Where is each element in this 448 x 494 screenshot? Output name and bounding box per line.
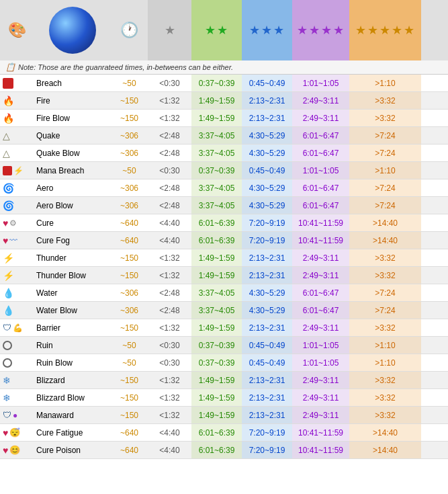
row-name: Cure Fog [34,232,111,249]
row-s5: >3:32 [349,389,421,406]
star2-icon: ★★ [205,23,229,38]
row-level: ~150 [111,407,148,423]
row-s4: 1:01~1:05 [292,337,349,354]
row-name: Thunder [34,249,111,266]
row-s4: 6:01~6:47 [292,145,349,161]
row-name: Quake [34,127,111,144]
row-name: Aero Blow [34,197,111,214]
row-icon: ♥😊 [0,442,34,458]
table-row: 💧 Water ~306 <2:48 3:37~4:05 4:30~5:29 6… [0,284,448,302]
row-icon: ⚡ [0,249,34,266]
row-name: Aero [34,179,111,196]
row-icon [0,337,34,354]
row-s4: 10:41~11:59 [292,424,349,441]
row-icon: 🌀 [0,197,34,214]
star4-header: ★★★★ [292,0,349,60]
row-s5: >3:32 [349,249,421,266]
row-s2: 3:37~4:05 [191,179,242,196]
row-icon: 🛡💪 [0,319,34,336]
row-s3: 2:13~2:31 [242,319,292,336]
row-s5: >14:40 [349,442,421,458]
row-s1: <0:30 [148,162,191,179]
row-s5: >7:24 [349,284,421,301]
row-s2: 0:37~0:39 [191,354,242,371]
row-name: Barrier [34,319,111,336]
clock-icon: 🕐 [120,22,138,39]
table-row: 🌀 Aero Blow ~306 <2:48 3:37~4:05 4:30~5:… [0,197,448,214]
row-s3: 7:20~9:19 [242,214,292,231]
palette-cell: 🎨 [0,0,34,60]
row-s2: 1:49~1:59 [191,267,242,284]
row-icon [0,75,34,91]
row-s5: >3:32 [349,267,421,284]
row-level: ~306 [111,145,148,161]
table-row: ♥〰 Cure Fog ~640 <4:40 6:01~6:39 7:20~9:… [0,232,448,249]
row-s5: >3:32 [349,319,421,336]
row-s2: 3:37~4:05 [191,197,242,214]
row-s3: 7:20~9:19 [242,232,292,249]
star3-icon: ★★★ [249,23,285,38]
row-s1: <1:32 [148,389,191,406]
row-s4: 6:01~6:47 [292,127,349,144]
row-s3: 2:13~2:31 [242,110,292,126]
row-level: ~150 [111,372,148,388]
row-s2: 1:49~1:59 [191,407,242,423]
row-s5: >1:10 [349,337,421,354]
row-level: ~50 [111,354,148,371]
row-s4: 10:41~11:59 [292,232,349,249]
row-s4: 1:01~1:05 [292,162,349,179]
row-s1: <0:30 [148,75,191,91]
table-row: Ruin ~50 <0:30 0:37~0:39 0:45~0:49 1:01~… [0,337,448,354]
row-level: ~150 [111,319,148,336]
row-s2: 6:01~6:39 [191,442,242,458]
table-row: ⚡ Thunder ~150 <1:32 1:49~1:59 2:13~2:31… [0,249,448,267]
row-level: ~306 [111,302,148,319]
row-name: Fire [34,92,111,109]
row-s4: 2:49~3:11 [292,249,349,266]
row-name: Water Blow [34,302,111,319]
row-s3: 2:13~2:31 [242,372,292,388]
row-level: ~640 [111,232,148,249]
row-s1: <2:48 [148,197,191,214]
row-s2: 6:01~6:39 [191,232,242,249]
row-icon: ⚡ [0,162,34,179]
row-name: Breach [34,75,111,91]
row-s4: 6:01~6:47 [292,197,349,214]
row-level: ~150 [111,92,148,109]
row-s1: <4:40 [148,214,191,231]
row-s1: <0:30 [148,354,191,371]
row-level: ~150 [111,389,148,406]
row-name: Cure Poison [34,442,111,458]
row-s2: 0:37~0:39 [191,337,242,354]
row-s1: <1:32 [148,92,191,109]
row-s3: 7:20~9:19 [242,442,292,458]
row-s1: <1:32 [148,407,191,423]
row-level: ~640 [111,214,148,231]
row-icon: 🔥 [0,92,34,109]
row-s3: 4:30~5:29 [242,179,292,196]
row-icon: △ [0,145,34,161]
row-name: Cure Fatigue [34,424,111,441]
row-s4: 2:49~3:11 [292,389,349,406]
table-row: ♥😊 Cure Poison ~640 <4:40 6:01~6:39 7:20… [0,442,448,459]
row-s2: 0:37~0:39 [191,75,242,91]
row-s5: >7:24 [349,179,421,196]
globe-cell [34,0,111,60]
row-s5: >3:32 [349,372,421,388]
row-s5: >3:32 [349,110,421,126]
row-name: Fire Blow [34,110,111,126]
row-s2: 3:37~4:05 [191,284,242,301]
row-icon: 💧 [0,284,34,301]
row-level: ~306 [111,197,148,214]
row-s1: <1:32 [148,319,191,336]
row-s4: 6:01~6:47 [292,284,349,301]
row-s1: <2:48 [148,284,191,301]
row-level: ~306 [111,179,148,196]
row-s4: 2:49~3:11 [292,92,349,109]
row-s5: >3:32 [349,92,421,109]
row-icon: 🔥 [0,110,34,126]
row-s2: 3:37~4:05 [191,127,242,144]
row-level: ~150 [111,267,148,284]
row-s5: >14:40 [349,232,421,249]
note-icon: 📋 [5,63,15,72]
